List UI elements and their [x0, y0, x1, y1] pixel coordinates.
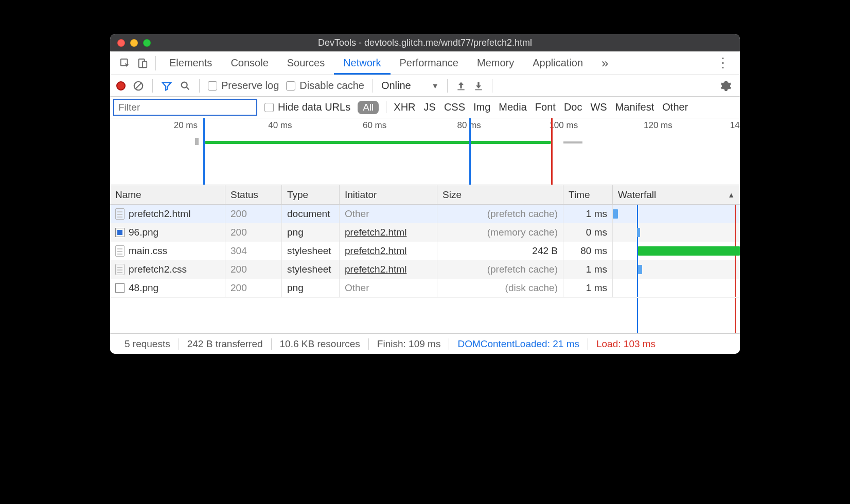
filter-type-manifest[interactable]: Manifest: [615, 101, 654, 113]
col-waterfall[interactable]: Waterfall▲: [613, 185, 740, 204]
load-line: [735, 279, 736, 297]
tab-console[interactable]: Console: [221, 51, 277, 75]
svg-rect-5: [457, 89, 464, 90]
record-button[interactable]: [116, 81, 126, 91]
request-initiator: Other: [345, 208, 369, 220]
close-button[interactable]: [117, 39, 125, 47]
filter-type-doc[interactable]: Doc: [564, 101, 582, 113]
status-requests: 5 requests: [116, 338, 179, 350]
load-line: [735, 205, 736, 223]
filter-type-font[interactable]: Font: [535, 101, 556, 113]
tab-elements[interactable]: Elements: [160, 51, 221, 75]
col-name[interactable]: Name: [110, 185, 225, 204]
checkbox-icon: [208, 81, 217, 91]
request-initiator[interactable]: prefetch2.html: [345, 227, 406, 238]
table-row[interactable]: prefetch2.html200documentOther(prefetch …: [110, 205, 740, 223]
request-size: (prefetch cache): [437, 205, 563, 223]
request-time: 1 ms: [563, 279, 613, 297]
tabs-overflow[interactable]: »: [592, 51, 617, 75]
request-initiator[interactable]: prefetch2.html: [345, 264, 406, 275]
request-initiator: Other: [345, 282, 369, 294]
chevron-down-icon: ▼: [432, 82, 439, 90]
request-initiator[interactable]: prefetch2.html: [345, 245, 406, 257]
disable-cache-checkbox[interactable]: Disable cache: [286, 80, 364, 92]
table-row[interactable]: 48.png200pngOther(disk cache)1 ms: [110, 279, 740, 297]
status-transferred: 242 B transferred: [179, 338, 271, 350]
request-name: 48.png: [129, 282, 158, 294]
tab-performance[interactable]: Performance: [391, 51, 468, 75]
filter-type-xhr[interactable]: XHR: [386, 101, 415, 113]
download-har-icon[interactable]: [473, 81, 484, 91]
tab-application[interactable]: Application: [523, 51, 592, 75]
checkbox-icon: [264, 103, 274, 112]
timeline-tick: 14: [730, 120, 740, 131]
overview-timeline[interactable]: 20 ms40 ms60 ms80 ms100 ms120 ms14: [110, 118, 740, 185]
request-time: 1 ms: [563, 260, 613, 279]
filter-type-js[interactable]: JS: [424, 101, 436, 113]
maximize-button[interactable]: [143, 39, 151, 47]
document-icon: [115, 208, 125, 220]
filter-input[interactable]: [113, 99, 257, 116]
svg-rect-2: [143, 61, 147, 67]
status-bar: 5 requests 242 B transferred 10.6 KB res…: [110, 333, 740, 354]
col-status[interactable]: Status: [225, 185, 282, 204]
load-line: [735, 223, 736, 242]
filter-type-img[interactable]: Img: [473, 101, 490, 113]
image-icon: [115, 228, 125, 237]
filter-type-ws[interactable]: WS: [590, 101, 607, 113]
filter-type-all[interactable]: All: [358, 101, 379, 114]
svg-point-4: [182, 82, 187, 87]
col-size[interactable]: Size: [437, 185, 563, 204]
throttling-select[interactable]: Online ▼: [381, 80, 439, 92]
status-finish: Finish: 109 ms: [368, 338, 449, 350]
request-status: 200: [225, 223, 282, 242]
waterfall-bar: [613, 209, 618, 219]
network-toolbar: Preserve log Disable cache Online ▼: [110, 75, 740, 97]
filter-type-other[interactable]: Other: [662, 101, 688, 113]
settings-gear-icon[interactable]: [720, 80, 734, 92]
table-row[interactable]: 96.png200pngprefetch2.html(memory cache)…: [110, 223, 740, 242]
window-title: DevTools - devtools.glitch.me/wndt77/pre…: [110, 38, 740, 48]
checkbox-icon: [286, 81, 295, 91]
filter-icon[interactable]: [161, 80, 172, 92]
minimize-button[interactable]: [130, 39, 138, 47]
overview-handle: [195, 138, 199, 145]
col-type[interactable]: Type: [282, 185, 340, 204]
table-row[interactable]: main.css304stylesheetprefetch2.html242 B…: [110, 242, 740, 260]
request-name: prefetch2.html: [129, 208, 190, 220]
hide-data-urls-checkbox[interactable]: Hide data URLs: [264, 101, 350, 113]
upload-har-icon[interactable]: [456, 81, 466, 91]
table-row[interactable]: prefetch2.css200stylesheetprefetch2.html…: [110, 260, 740, 279]
devtools-window: DevTools - devtools.glitch.me/wndt77/pre…: [110, 34, 740, 354]
inspect-element-icon[interactable]: [116, 55, 134, 72]
request-type: document: [282, 205, 340, 223]
request-name: prefetch2.css: [129, 264, 187, 275]
tab-memory[interactable]: Memory: [468, 51, 523, 75]
document-icon: [115, 264, 125, 275]
request-time: 1 ms: [563, 205, 613, 223]
filter-type-css[interactable]: CSS: [444, 101, 465, 113]
preserve-log-checkbox[interactable]: Preserve log: [208, 80, 279, 92]
filter-type-media[interactable]: Media: [499, 101, 526, 113]
request-waterfall: [613, 223, 740, 242]
waterfall-bar: [637, 228, 640, 237]
clear-icon[interactable]: [133, 80, 144, 92]
request-status: 200: [225, 279, 282, 297]
request-status: 200: [225, 205, 282, 223]
table-empty-area: [110, 297, 740, 333]
col-time[interactable]: Time: [563, 185, 613, 204]
more-menu-icon[interactable]: ⋮: [712, 55, 734, 71]
tab-network[interactable]: Network: [334, 51, 390, 75]
overview-domcontent-line: [469, 118, 471, 185]
sort-asc-icon: ▲: [728, 191, 735, 199]
col-initiator[interactable]: Initiator: [340, 185, 437, 204]
device-toolbar-icon[interactable]: [134, 55, 151, 72]
overview-stub: [563, 141, 582, 143]
status-resources: 10.6 KB resources: [271, 338, 368, 350]
request-name: 96.png: [129, 227, 158, 238]
request-waterfall: [613, 205, 740, 223]
overview-load-line: [551, 118, 553, 185]
search-icon[interactable]: [180, 80, 191, 92]
waterfall-bar: [638, 246, 740, 256]
tab-sources[interactable]: Sources: [278, 51, 334, 75]
